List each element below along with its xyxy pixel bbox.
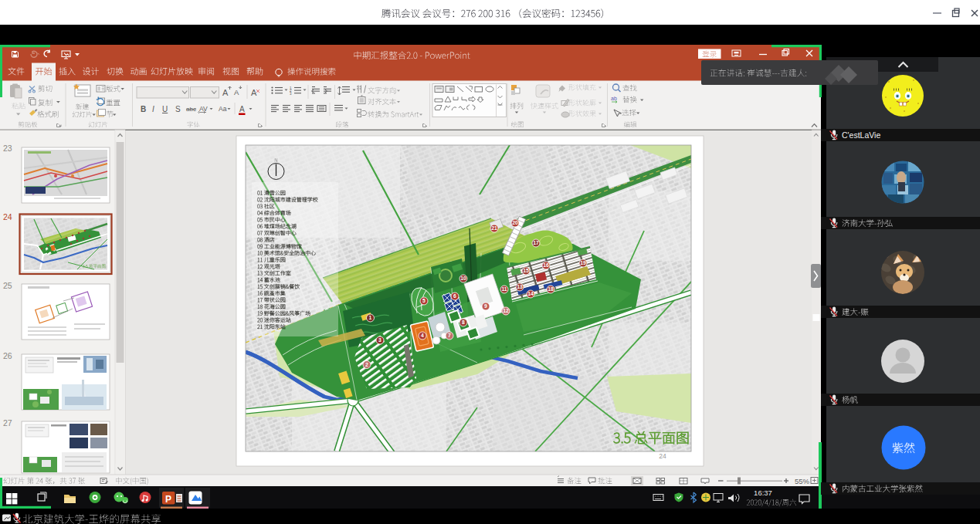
svg-text:ab: ab: [611, 96, 617, 101]
svg-text:13: 13: [517, 284, 523, 289]
svg-text:11: 11: [501, 286, 507, 292]
svg-text:A: A: [234, 88, 239, 96]
svg-text:12: 12: [503, 308, 509, 313]
svg-text:24: 24: [659, 452, 666, 460]
svg-text:15: 15: [523, 268, 529, 273]
svg-text:10: 10: [460, 276, 466, 281]
svg-text:1: 1: [369, 315, 372, 320]
svg-text:18: 18: [548, 286, 554, 292]
svg-text:8: 8: [462, 319, 465, 325]
svg-text:A: A: [239, 105, 245, 113]
svg-text:4: 4: [421, 333, 424, 338]
svg-text:27: 27: [3, 418, 12, 428]
svg-text:25: 25: [3, 281, 12, 290]
svg-text:A: A: [222, 88, 229, 97]
svg-text:55%: 55%: [795, 477, 810, 485]
svg-text:S: S: [175, 105, 181, 113]
svg-text:16: 16: [543, 262, 549, 268]
svg-text:19: 19: [580, 260, 586, 265]
svg-text:C'estLaVie: C'estLaVie: [842, 130, 880, 140]
svg-text:B: B: [141, 105, 146, 113]
svg-text:Aa: Aa: [219, 105, 227, 113]
svg-text:21: 21: [491, 225, 497, 231]
svg-text:26: 26: [3, 351, 12, 360]
svg-text:17: 17: [533, 240, 539, 245]
svg-text:7: 7: [448, 333, 451, 338]
svg-text:P: P: [165, 494, 171, 505]
svg-text:16:37: 16:37: [754, 489, 772, 497]
svg-text:3: 3: [378, 337, 381, 343]
svg-text:I: I: [152, 105, 154, 113]
svg-text:5: 5: [422, 298, 426, 303]
svg-text:AV: AV: [199, 105, 208, 113]
svg-text:2: 2: [365, 362, 368, 367]
svg-text:abc: abc: [186, 106, 196, 113]
svg-text:U: U: [162, 105, 168, 113]
svg-text:14: 14: [527, 291, 534, 296]
svg-text:23: 23: [3, 144, 12, 153]
svg-text:9: 9: [484, 303, 487, 309]
svg-text:A: A: [251, 88, 257, 97]
svg-text:24: 24: [3, 212, 12, 221]
svg-text:6: 6: [453, 293, 456, 299]
svg-text:20: 20: [512, 220, 518, 225]
